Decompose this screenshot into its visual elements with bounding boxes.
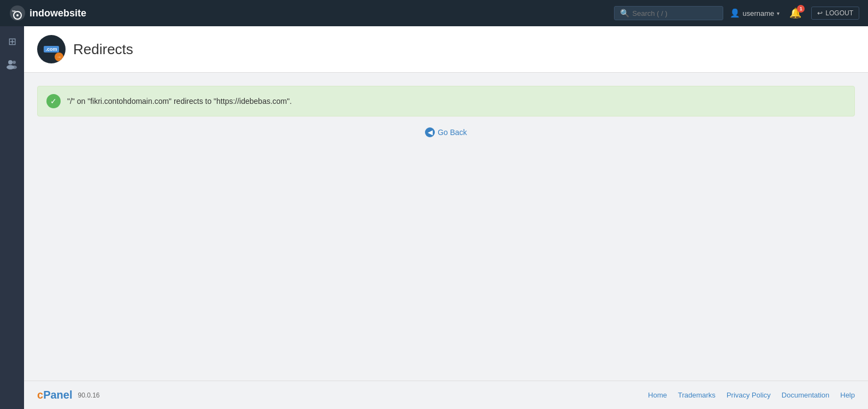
svg-point-3 [16,14,19,16]
com-badge: .com [44,46,58,52]
users-icon [7,60,17,72]
footer-home-link[interactable]: Home [648,391,667,399]
logout-label: LOGOUT [825,9,853,17]
footer-links: Home Trademarks Privacy Policy Documenta… [648,391,855,399]
orange-indicator: → [55,52,63,61]
footer-privacy-link[interactable]: Privacy Policy [727,391,771,399]
user-icon: 👤 [730,8,740,18]
go-back-section: ◀ Go Back [37,127,855,137]
sidebar-item-grid[interactable]: ⊞ [2,32,22,51]
search-icon: 🔍 [620,9,629,17]
footer-help-link[interactable]: Help [840,391,855,399]
success-icon: ✓ [46,94,61,108]
notification-badge: 1 [797,5,805,13]
svg-point-0 [10,5,25,21]
search-box[interactable]: 🔍 [614,6,723,20]
logout-icon: ↩ [817,9,823,17]
success-alert: ✓ "/" on "fikri.contohdomain.com" redire… [37,86,855,116]
sidebar-item-users[interactable] [2,56,22,75]
username-label: username [743,9,775,17]
brand-name: indowebsite [29,8,86,19]
cpanel-version: 90.0.16 [78,392,99,399]
page-body: ✓ "/" on "fikri.contohdomain.com" redire… [24,73,868,381]
page-title: Redirects [73,41,133,58]
go-back-link[interactable]: ◀ Go Back [425,127,467,137]
svg-point-5 [13,61,16,64]
search-input[interactable] [633,9,709,17]
go-back-arrow-icon: ◀ [425,127,435,137]
footer: cPanel 90.0.16 Home Trademarks Privacy P… [24,381,868,409]
cpanel-brand-text: cPanel [37,389,72,401]
sidebar: ⊞ [0,26,24,409]
footer-trademarks-link[interactable]: Trademarks [678,391,716,399]
chevron-down-icon: ▾ [777,10,780,16]
logout-button[interactable]: ↩ LOGOUT [811,7,859,20]
svg-point-7 [11,65,17,68]
page-header: .com → Redirects [24,26,868,73]
cpanel-logo: cPanel [37,389,72,401]
page-icon: .com → [37,35,66,63]
topnav: iw indowebsite 🔍 👤 username ▾ 🔔 1 ↩ LOGO… [0,0,868,26]
alert-message: "/" on "fikri.contohdomain.com" redirect… [67,97,292,106]
svg-point-4 [8,60,13,65]
user-menu[interactable]: 👤 username ▾ [730,8,780,18]
brand-logo[interactable]: iw indowebsite [9,4,86,22]
notification-button[interactable]: 🔔 1 [786,5,805,21]
main-layout: ⊞ .com → Redi [0,26,868,409]
go-back-label: Go Back [438,128,467,137]
grid-icon: ⊞ [8,36,16,48]
content-area: .com → Redirects ✓ "/" on "fikri.contohd… [24,26,868,409]
footer-documentation-link[interactable]: Documentation [782,391,829,399]
